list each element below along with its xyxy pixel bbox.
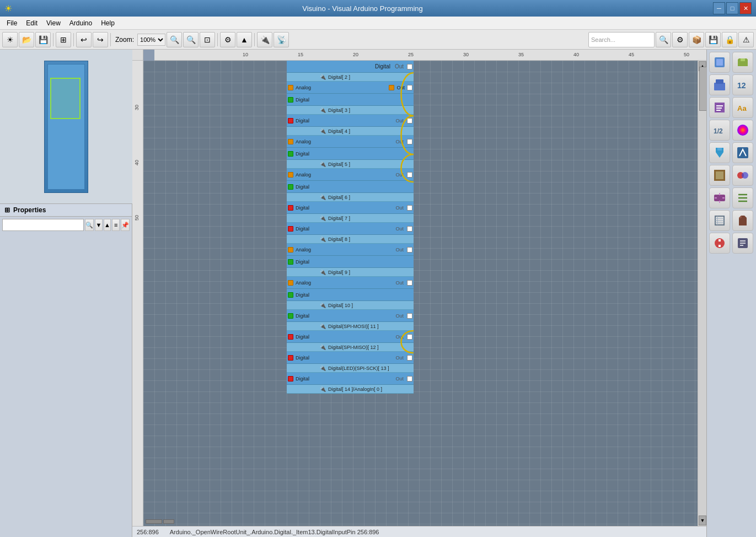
svg-rect-19 xyxy=(719,239,721,241)
properties-search-btn[interactable]: 🔍 xyxy=(85,219,94,231)
scroll-down-btn[interactable]: ▼ xyxy=(699,515,706,525)
properties-sort-btn[interactable]: ≡ xyxy=(112,219,120,231)
svg-rect-14 xyxy=(716,171,723,179)
zoom-in-button[interactable]: 🔍 xyxy=(167,32,182,47)
tb-rt4[interactable]: 🔒 xyxy=(722,32,737,47)
redo-button[interactable]: ↪ xyxy=(93,32,108,47)
toolbar: ☀ 📂 💾 ⊞ ↩ ↪ Zoom: 100% 50% 75% 150% 200%… xyxy=(0,30,756,50)
rt-btn-11[interactable] xyxy=(709,165,730,186)
port-row-5b: Digital xyxy=(287,148,414,160)
connect-toolbar-button[interactable]: 🔌 xyxy=(257,32,272,47)
rt-btn-13[interactable] xyxy=(709,187,730,208)
port-row-14: Digital Out xyxy=(287,373,414,385)
rt-btn-16[interactable] xyxy=(732,210,753,231)
port-row-9a: Analog Out xyxy=(287,244,414,256)
undo-button[interactable]: ↩ xyxy=(76,32,92,47)
zoom-out-button[interactable]: 🔍 xyxy=(183,32,199,47)
rt-btn-17[interactable] xyxy=(709,233,730,254)
rt-btn-15[interactable] xyxy=(709,210,730,231)
svg-point-11 xyxy=(737,125,748,136)
properties-label: Properties xyxy=(13,206,46,214)
upload-button[interactable]: ▲ xyxy=(237,32,252,47)
rt-btn-1[interactable] xyxy=(709,52,730,73)
port-sublabel-10: 🔌 Digital[ 10 ] xyxy=(287,301,414,310)
scroll-thumb[interactable] xyxy=(699,67,706,111)
port-sublabel-8: 🔌 Digital[ 8 ] xyxy=(287,235,414,244)
port-sublabel-4: 🔌 Digital[ 4 ] xyxy=(287,127,414,136)
ruler-horizontal: 10 15 20 25 30 35 40 45 50 xyxy=(154,50,706,61)
port-sublabel-11: 🔌 Digital(SPI-MOSI)[ 11 ] xyxy=(287,322,414,331)
menu-arduino[interactable]: Arduino xyxy=(65,18,96,28)
titlebar-controls: ─ □ ✕ xyxy=(713,2,752,14)
rt-btn-14[interactable] xyxy=(732,187,753,208)
port-sublabel-6: 🔌 Digital[ 6 ] xyxy=(287,193,414,202)
save-button[interactable]: 💾 xyxy=(35,32,51,47)
rt-btn-18[interactable] xyxy=(732,233,753,254)
titlebar-icon: ☀ xyxy=(4,3,12,14)
minimize-button[interactable]: ─ xyxy=(713,2,725,14)
svg-text:12: 12 xyxy=(737,81,746,90)
minimap-viewport xyxy=(50,78,81,119)
rt-btn-5[interactable] xyxy=(709,97,730,118)
rt-btn-8[interactable] xyxy=(732,120,753,141)
canvas[interactable]: Digital Out 🔌 Digital[ 2 ] Analog xyxy=(143,61,698,526)
zoom-select[interactable]: 100% 50% 75% 150% 200% xyxy=(137,34,165,46)
svg-text:1/2: 1/2 xyxy=(714,127,723,135)
zoom-fit-button[interactable]: ⊡ xyxy=(200,32,215,47)
properties-collapse-btn[interactable]: ▲ xyxy=(104,219,111,231)
svg-text:Aa: Aa xyxy=(737,104,747,112)
properties-search-area: 🔍 ▼ ▲ ≡ 📌 xyxy=(0,217,132,233)
serial-toolbar-button[interactable]: 📡 xyxy=(274,32,289,47)
titlebar: ☀ Visuino - Visual Arduino Programming ─… xyxy=(0,0,756,17)
rt-btn-9[interactable] xyxy=(709,142,730,163)
arduino-component[interactable]: Digital Out 🔌 Digital[ 2 ] Analog xyxy=(287,61,414,394)
tb-rt2[interactable]: 📦 xyxy=(689,32,704,47)
port-row-0: Digital Out xyxy=(287,61,414,73)
menu-help[interactable]: Help xyxy=(96,18,119,28)
svg-point-16 xyxy=(742,172,748,179)
rt-btn-7[interactable]: 1/2 xyxy=(709,120,730,141)
toolbar-sep-5 xyxy=(254,33,255,46)
right-toolbar: 12 Aa 1/2 xyxy=(706,50,756,537)
new-button[interactable]: ☀ xyxy=(2,32,18,47)
port-row-3b: Digital xyxy=(287,94,414,106)
properties-expand-btn[interactable]: ▼ xyxy=(95,219,103,231)
vertical-scrollbar[interactable]: ▲ ▼ xyxy=(698,61,706,526)
port-sublabel-9: 🔌 Digital[ 9 ] xyxy=(287,268,414,277)
toolbar-sep-3 xyxy=(110,33,111,46)
port-row-6b: Digital xyxy=(287,181,414,193)
restore-button[interactable]: □ xyxy=(726,2,738,14)
properties-search-input[interactable] xyxy=(2,219,84,231)
rt-btn-3[interactable] xyxy=(709,74,730,95)
search-input-toolbar[interactable]: Search... xyxy=(588,32,655,47)
properties-icon: ⊞ xyxy=(4,206,10,214)
port-sublabel-5: 🔌 Digital[ 5 ] xyxy=(287,160,414,169)
compile-button[interactable]: ⚙ xyxy=(220,32,235,47)
menubar: File Edit View Arduino Help xyxy=(0,17,756,30)
tb-rt3[interactable]: 💾 xyxy=(705,32,721,47)
port-row-5a: Analog Out xyxy=(287,136,414,148)
rt-btn-12[interactable] xyxy=(732,165,753,186)
statusbar: 256:896 Arduino._OpenWireRootUnit_.Ardui… xyxy=(132,526,706,537)
svg-rect-1 xyxy=(716,59,723,66)
port-row-9b: Digital xyxy=(287,256,414,268)
status-coords: 256:896 xyxy=(137,529,159,535)
port-sublabel-14: 🔌 Digital[ 14 ]/AnalogIn[ 0 ] xyxy=(287,385,414,394)
port-row-6a: Analog Out xyxy=(287,169,414,181)
close-button[interactable]: ✕ xyxy=(739,2,752,14)
tb-rt1[interactable]: ⚙ xyxy=(672,32,688,47)
menu-edit[interactable]: Edit xyxy=(22,18,42,28)
tb-rt5[interactable]: ⚠ xyxy=(738,32,754,47)
port-row-3a: Analog Out xyxy=(287,82,414,94)
find-button[interactable]: 🔍 xyxy=(656,32,671,47)
properties-pin-btn[interactable]: 📌 xyxy=(121,219,130,231)
menu-file[interactable]: File xyxy=(2,18,22,28)
rt-btn-2[interactable] xyxy=(732,52,753,73)
canvas-area: 10 15 20 25 30 35 40 45 50 30 40 50 xyxy=(132,50,706,537)
rt-btn-4[interactable]: 12 xyxy=(732,74,753,95)
rt-btn-10[interactable] xyxy=(732,142,753,163)
open-button[interactable]: 📂 xyxy=(19,32,34,47)
grid-button[interactable]: ⊞ xyxy=(56,32,71,47)
rt-btn-6[interactable]: Aa xyxy=(732,97,753,118)
menu-view[interactable]: View xyxy=(42,18,65,28)
